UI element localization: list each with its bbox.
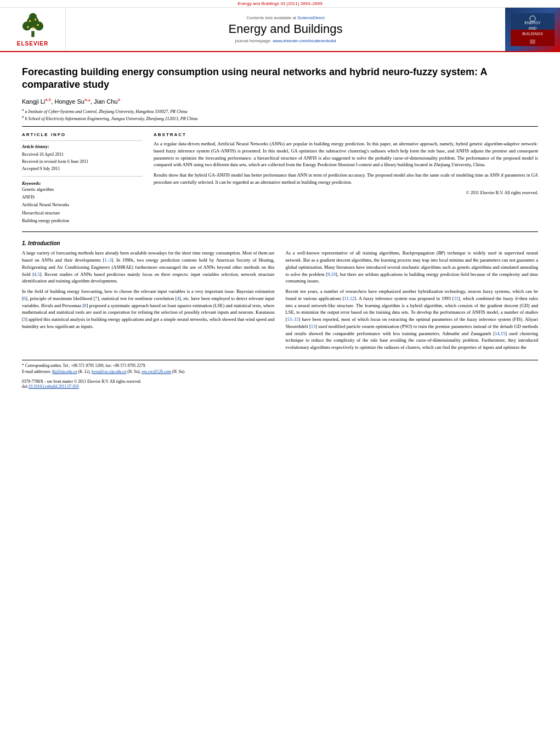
journal-header: Energy and Buildings 43 (2011) 2893–2899 (0, 0, 560, 52)
journal-logo-right: ENERGY AND BUILDINGS (505, 8, 560, 51)
article-info-column: ARTICLE INFO Article history: Received 1… (22, 132, 143, 225)
author1-name: Kangji Li (22, 98, 45, 104)
email2-name: (H. Su), (127, 369, 140, 374)
abstract-text: As a regular data-driven method, Artific… (154, 140, 538, 186)
affiliations: a a Institute of Cyber-Systems and Contr… (22, 108, 538, 122)
ref-link-6[interactable]: 6 (24, 296, 26, 301)
elsevier-logo: ELSEVIER (0, 8, 66, 51)
divider-keywords (22, 176, 143, 177)
journal-homepage: journal homepage: www.elsevier.com/locat… (235, 38, 336, 43)
ref-link-13-15[interactable]: 13–15 (287, 316, 298, 322)
received-date: Received 16 April 2011 (22, 151, 143, 159)
homepage-link[interactable]: www.elsevier.com/locate/enbuild (273, 38, 336, 43)
keyword4: Hierarchical structure (22, 210, 143, 217)
footnotes: * Corresponding author. Tel.: +86 571 87… (22, 360, 538, 375)
header-main: ELSEVIER Contents lists available at Sci… (0, 7, 560, 51)
email2-link[interactable]: hysu@csc.zju.edu.cn (92, 369, 126, 374)
keywords-label: Keywords: (22, 181, 143, 186)
author2-name: Hongye Su (54, 98, 84, 104)
svg-point-9 (32, 27, 34, 29)
doi-link[interactable]: 10.1016/j.enbuild.2011.07.010 (29, 384, 79, 389)
ref-link-13b[interactable]: 13 (311, 324, 316, 329)
author1-sup: a,b (45, 97, 51, 102)
email-line: E-mail addresses: lkj@zju.edu.cn (K. Li)… (22, 369, 538, 375)
abstract-para1: As a regular data-driven method, Artific… (154, 140, 538, 168)
keyword5: Building energy prediction (22, 217, 143, 225)
keyword3: Artificial Neural Networks (22, 201, 143, 209)
body-right-col: As a well-known representative of all tr… (286, 250, 539, 354)
doi-line: 0378-7788/$ – see front matter © 2011 El… (22, 379, 538, 389)
svg-point-8 (37, 24, 39, 26)
body-two-col: A large variety of forecasting methods h… (22, 250, 538, 354)
ref-link-14-15[interactable]: 14,15 (495, 331, 505, 336)
ref-link-9-10[interactable]: 9,10 (327, 271, 336, 277)
section1-title: 1. Introduction (22, 240, 538, 246)
keyword1: Genetic algorithm (22, 186, 143, 194)
article-history-label: Article history: (22, 144, 143, 149)
keyword2: ANFIS (22, 194, 143, 201)
abstract-para2: Results show that the hybrid GA-ANFIS mo… (154, 172, 538, 186)
ref-link-8[interactable]: 8 (84, 303, 86, 308)
ref-link-7[interactable]: 7 (95, 296, 97, 301)
journal-name: Energy and Buildings (229, 22, 343, 36)
main-content: Forecasting building energy consumption … (0, 52, 560, 397)
affil-a: a a Institute of Cyber-Systems and Contr… (22, 108, 538, 115)
authors-line: Kangji Lia,b, Hongye Sua,*, Jian Chua (22, 97, 538, 105)
divider-main (22, 126, 538, 127)
issn-text: 0378-7788/$ – see front matter © 2011 El… (22, 379, 538, 384)
ref-link-4-5[interactable]: 4,5 (34, 271, 40, 277)
received-revised-date: Received in revised form 6 June 2011 (22, 159, 143, 166)
corresponding-author: * Corresponding author. Tel.: +86 571 87… (22, 363, 538, 369)
svg-point-5 (29, 20, 31, 22)
science-direct-label: Contents lists available at ScienceDirec… (246, 15, 324, 20)
svg-rect-0 (31, 31, 34, 37)
svg-text:AND: AND (529, 26, 537, 30)
doi-text: doi:10.1016/j.enbuild.2011.07.010 (22, 384, 538, 389)
author3-sup: a (117, 97, 120, 102)
email-label: E-mail addresses: (22, 369, 51, 374)
email3-link[interactable]: ees.csc@126.com (142, 369, 171, 374)
email1-name: (K. Li), (78, 369, 91, 374)
article-title: Forecasting building energy consumption … (22, 66, 538, 92)
email1-link[interactable]: lkj@zju.edu.cn (52, 369, 77, 374)
body-left-col: A large variety of forecasting methods h… (22, 250, 275, 354)
abstract-column: ABSTRACT As a regular data-driven method… (154, 132, 538, 225)
article-info-header: ARTICLE INFO (22, 132, 143, 137)
body-right-para1: As a well-known representative of all tr… (286, 250, 539, 285)
ref-link-1-3[interactable]: 1–3 (104, 257, 111, 263)
divider-info (22, 140, 143, 141)
keywords-section: Keywords: Genetic algorithm ANFIS Artifi… (22, 181, 143, 225)
svg-point-7 (27, 26, 29, 28)
keywords-list: Genetic algorithm ANFIS Artificial Neura… (22, 186, 143, 225)
author3-name: Jian Chu (94, 98, 117, 104)
body-left-para2: In the field of building energy forecast… (22, 288, 275, 330)
ref-link-4b[interactable]: 4 (177, 296, 179, 301)
body-left-para1: A large variety of forecasting methods h… (22, 250, 275, 285)
svg-point-2 (22, 21, 31, 30)
divider-body (22, 231, 538, 232)
info-abstract-section: ARTICLE INFO Article history: Received 1… (22, 132, 538, 225)
abstract-header: ABSTRACT (154, 132, 538, 137)
author2-star: * (88, 98, 90, 104)
affil-b: b b School of Electricity Information En… (22, 115, 538, 122)
svg-point-6 (34, 19, 36, 21)
body-content: 1. Introduction A large variety of forec… (22, 240, 538, 354)
ref-link-3b[interactable]: 3 (24, 316, 26, 322)
science-direct-link[interactable]: ScienceDirect (297, 15, 324, 20)
article-info-bar: Energy and Buildings 43 (2011) 2893–2899 (0, 0, 560, 7)
elsevier-text: ELSEVIER (17, 41, 48, 47)
email3-name: (H. Su). (172, 369, 185, 374)
svg-text:BUILDINGS: BUILDINGS (522, 32, 543, 36)
author2-sup: a, (84, 97, 88, 102)
svg-point-3 (34, 21, 43, 30)
copyright: © 2011 Elsevier B.V. All rights reserved… (154, 190, 538, 195)
journal-title-area: Contents lists available at ScienceDirec… (66, 8, 505, 51)
accepted-date: Accepted 9 July 2011 (22, 166, 143, 173)
body-right-para2: Recent ten years, a number of researcher… (286, 288, 539, 351)
ref-link-11-12[interactable]: 11,12 (344, 296, 355, 301)
svg-rect-16 (530, 39, 535, 44)
article-citation: Energy and Buildings 43 (2011) 2893–2899 (237, 1, 322, 6)
elsevier-tree-icon (16, 12, 49, 39)
ref-link-11b[interactable]: 11 (454, 296, 459, 301)
journal-logo-icon: ENERGY AND BUILDINGS (511, 13, 555, 46)
